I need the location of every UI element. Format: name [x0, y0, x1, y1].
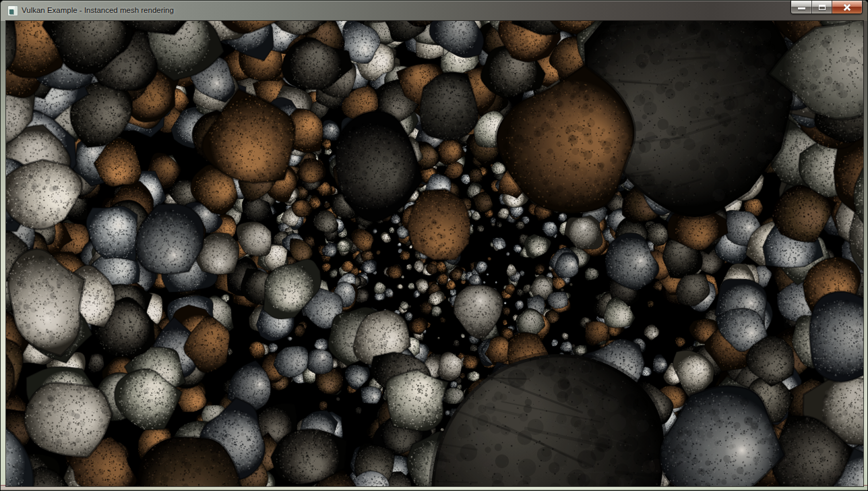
- close-icon: [844, 3, 851, 11]
- client-area: [6, 21, 863, 486]
- window-border-left: [1, 21, 6, 490]
- caption-buttons: [790, 1, 863, 14]
- minimize-button[interactable]: [791, 1, 811, 13]
- app-icon[interactable]: [7, 5, 18, 16]
- render-viewport[interactable]: [6, 21, 863, 486]
- maximize-button[interactable]: [811, 1, 832, 13]
- close-button[interactable]: [832, 1, 862, 13]
- maximize-icon: [819, 5, 826, 10]
- window-title: Vulkan Example - Instanced mesh renderin…: [22, 1, 174, 20]
- minimize-icon: [798, 7, 805, 9]
- app-window: Vulkan Example - Instanced mesh renderin…: [0, 0, 868, 491]
- titlebar[interactable]: Vulkan Example - Instanced mesh renderin…: [1, 1, 867, 21]
